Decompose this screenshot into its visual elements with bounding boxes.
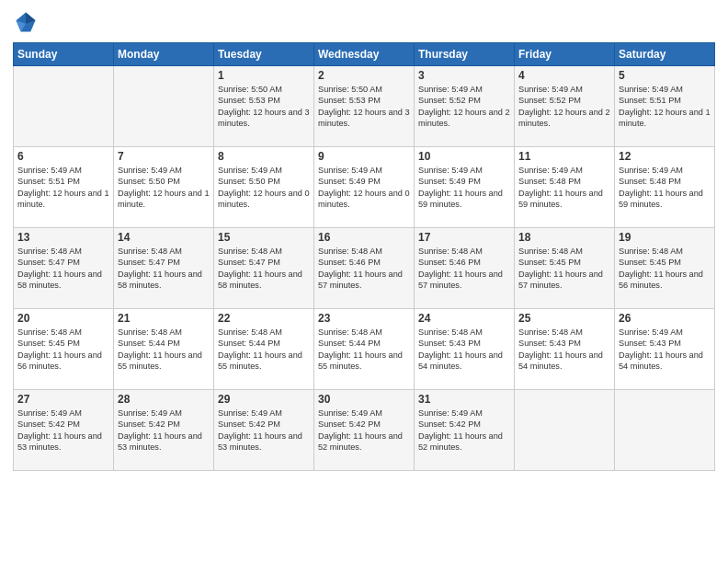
calendar-body: 1Sunrise: 5:50 AM Sunset: 5:53 PM Daylig… <box>14 66 715 471</box>
day-number: 12 <box>619 150 711 163</box>
cell-content: Sunrise: 5:48 AM Sunset: 5:45 PM Dayligh… <box>17 327 109 373</box>
calendar-cell: 6Sunrise: 5:49 AM Sunset: 5:51 PM Daylig… <box>14 147 114 228</box>
cell-content: Sunrise: 5:49 AM Sunset: 5:42 PM Dayligh… <box>318 408 410 454</box>
day-number: 29 <box>218 393 310 406</box>
day-number: 1 <box>218 69 310 82</box>
cell-content: Sunrise: 5:49 AM Sunset: 5:48 PM Dayligh… <box>518 165 610 211</box>
calendar-day-header: Saturday <box>615 43 715 66</box>
day-number: 20 <box>17 312 109 325</box>
day-number: 17 <box>418 231 510 244</box>
calendar-week-row: 20Sunrise: 5:48 AM Sunset: 5:45 PM Dayli… <box>14 309 715 390</box>
calendar-cell: 2Sunrise: 5:50 AM Sunset: 5:53 PM Daylig… <box>314 66 415 147</box>
calendar-cell: 8Sunrise: 5:49 AM Sunset: 5:50 PM Daylig… <box>214 147 314 228</box>
calendar-cell: 27Sunrise: 5:49 AM Sunset: 5:42 PM Dayli… <box>14 390 114 471</box>
cell-content: Sunrise: 5:48 AM Sunset: 5:45 PM Dayligh… <box>619 246 711 292</box>
logo <box>13 9 42 35</box>
calendar-cell: 18Sunrise: 5:48 AM Sunset: 5:45 PM Dayli… <box>515 228 615 309</box>
calendar-week-row: 1Sunrise: 5:50 AM Sunset: 5:53 PM Daylig… <box>14 66 715 147</box>
day-number: 23 <box>318 312 410 325</box>
calendar-cell: 29Sunrise: 5:49 AM Sunset: 5:42 PM Dayli… <box>214 390 314 471</box>
calendar-cell: 15Sunrise: 5:48 AM Sunset: 5:47 PM Dayli… <box>214 228 314 309</box>
day-number: 31 <box>418 393 510 406</box>
day-number: 21 <box>118 312 210 325</box>
page-header <box>13 9 715 35</box>
day-number: 4 <box>518 69 610 82</box>
cell-content: Sunrise: 5:48 AM Sunset: 5:44 PM Dayligh… <box>118 327 210 373</box>
calendar-cell: 17Sunrise: 5:48 AM Sunset: 5:46 PM Dayli… <box>415 228 515 309</box>
cell-content: Sunrise: 5:50 AM Sunset: 5:53 PM Dayligh… <box>218 84 310 130</box>
day-number: 27 <box>17 393 109 406</box>
calendar-cell: 1Sunrise: 5:50 AM Sunset: 5:53 PM Daylig… <box>214 66 314 147</box>
day-number: 18 <box>518 231 610 244</box>
cell-content: Sunrise: 5:48 AM Sunset: 5:47 PM Dayligh… <box>17 246 109 292</box>
calendar-day-header: Monday <box>114 43 214 66</box>
cell-content: Sunrise: 5:49 AM Sunset: 5:42 PM Dayligh… <box>218 408 310 454</box>
cell-content: Sunrise: 5:48 AM Sunset: 5:43 PM Dayligh… <box>518 327 610 373</box>
cell-content: Sunrise: 5:48 AM Sunset: 5:47 PM Dayligh… <box>218 246 310 292</box>
calendar-day-header: Friday <box>515 43 615 66</box>
calendar-day-header: Sunday <box>14 43 114 66</box>
cell-content: Sunrise: 5:50 AM Sunset: 5:53 PM Dayligh… <box>318 84 410 130</box>
day-number: 19 <box>619 231 711 244</box>
cell-content: Sunrise: 5:49 AM Sunset: 5:50 PM Dayligh… <box>218 165 310 211</box>
cell-content: Sunrise: 5:49 AM Sunset: 5:43 PM Dayligh… <box>619 327 711 373</box>
day-number: 14 <box>118 231 210 244</box>
day-number: 28 <box>118 393 210 406</box>
calendar-cell: 9Sunrise: 5:49 AM Sunset: 5:49 PM Daylig… <box>314 147 415 228</box>
calendar-cell: 31Sunrise: 5:49 AM Sunset: 5:42 PM Dayli… <box>415 390 515 471</box>
calendar-header-row: SundayMondayTuesdayWednesdayThursdayFrid… <box>14 43 715 66</box>
calendar-cell: 19Sunrise: 5:48 AM Sunset: 5:45 PM Dayli… <box>615 228 715 309</box>
cell-content: Sunrise: 5:48 AM Sunset: 5:45 PM Dayligh… <box>518 246 610 292</box>
day-number: 8 <box>218 150 310 163</box>
day-number: 6 <box>17 150 109 163</box>
day-number: 11 <box>518 150 610 163</box>
cell-content: Sunrise: 5:49 AM Sunset: 5:49 PM Dayligh… <box>418 165 510 211</box>
calendar-week-row: 6Sunrise: 5:49 AM Sunset: 5:51 PM Daylig… <box>14 147 715 228</box>
calendar-day-header: Thursday <box>415 43 515 66</box>
calendar-week-row: 27Sunrise: 5:49 AM Sunset: 5:42 PM Dayli… <box>14 390 715 471</box>
calendar-cell: 23Sunrise: 5:48 AM Sunset: 5:44 PM Dayli… <box>314 309 415 390</box>
calendar-day-header: Wednesday <box>314 43 415 66</box>
calendar-cell: 16Sunrise: 5:48 AM Sunset: 5:46 PM Dayli… <box>314 228 415 309</box>
day-number: 22 <box>218 312 310 325</box>
day-number: 9 <box>318 150 410 163</box>
cell-content: Sunrise: 5:48 AM Sunset: 5:43 PM Dayligh… <box>418 327 510 373</box>
cell-content: Sunrise: 5:48 AM Sunset: 5:44 PM Dayligh… <box>318 327 410 373</box>
cell-content: Sunrise: 5:49 AM Sunset: 5:52 PM Dayligh… <box>518 84 610 130</box>
calendar-cell: 3Sunrise: 5:49 AM Sunset: 5:52 PM Daylig… <box>415 66 515 147</box>
day-number: 13 <box>17 231 109 244</box>
calendar-cell: 26Sunrise: 5:49 AM Sunset: 5:43 PM Dayli… <box>615 309 715 390</box>
calendar-cell: 30Sunrise: 5:49 AM Sunset: 5:42 PM Dayli… <box>314 390 415 471</box>
calendar-week-row: 13Sunrise: 5:48 AM Sunset: 5:47 PM Dayli… <box>14 228 715 309</box>
cell-content: Sunrise: 5:48 AM Sunset: 5:44 PM Dayligh… <box>218 327 310 373</box>
day-number: 30 <box>318 393 410 406</box>
calendar-cell: 22Sunrise: 5:48 AM Sunset: 5:44 PM Dayli… <box>214 309 314 390</box>
calendar-cell: 4Sunrise: 5:49 AM Sunset: 5:52 PM Daylig… <box>515 66 615 147</box>
calendar-cell: 7Sunrise: 5:49 AM Sunset: 5:50 PM Daylig… <box>114 147 214 228</box>
cell-content: Sunrise: 5:48 AM Sunset: 5:46 PM Dayligh… <box>418 246 510 292</box>
calendar-cell: 13Sunrise: 5:48 AM Sunset: 5:47 PM Dayli… <box>14 228 114 309</box>
calendar-cell: 21Sunrise: 5:48 AM Sunset: 5:44 PM Dayli… <box>114 309 214 390</box>
calendar-cell <box>14 66 114 147</box>
logo-icon <box>13 9 39 35</box>
day-number: 16 <box>318 231 410 244</box>
cell-content: Sunrise: 5:49 AM Sunset: 5:51 PM Dayligh… <box>17 165 109 211</box>
calendar-cell: 28Sunrise: 5:49 AM Sunset: 5:42 PM Dayli… <box>114 390 214 471</box>
calendar-day-header: Tuesday <box>214 43 314 66</box>
day-number: 25 <box>518 312 610 325</box>
day-number: 5 <box>619 69 711 82</box>
cell-content: Sunrise: 5:49 AM Sunset: 5:51 PM Dayligh… <box>619 84 711 130</box>
calendar-cell <box>615 390 715 471</box>
calendar-cell: 20Sunrise: 5:48 AM Sunset: 5:45 PM Dayli… <box>14 309 114 390</box>
calendar-cell: 11Sunrise: 5:49 AM Sunset: 5:48 PM Dayli… <box>515 147 615 228</box>
cell-content: Sunrise: 5:48 AM Sunset: 5:47 PM Dayligh… <box>118 246 210 292</box>
calendar-cell: 25Sunrise: 5:48 AM Sunset: 5:43 PM Dayli… <box>515 309 615 390</box>
day-number: 15 <box>218 231 310 244</box>
day-number: 3 <box>418 69 510 82</box>
calendar-cell: 12Sunrise: 5:49 AM Sunset: 5:48 PM Dayli… <box>615 147 715 228</box>
cell-content: Sunrise: 5:49 AM Sunset: 5:42 PM Dayligh… <box>418 408 510 454</box>
day-number: 10 <box>418 150 510 163</box>
day-number: 26 <box>619 312 711 325</box>
calendar-table: SundayMondayTuesdayWednesdayThursdayFrid… <box>13 42 715 471</box>
cell-content: Sunrise: 5:48 AM Sunset: 5:46 PM Dayligh… <box>318 246 410 292</box>
